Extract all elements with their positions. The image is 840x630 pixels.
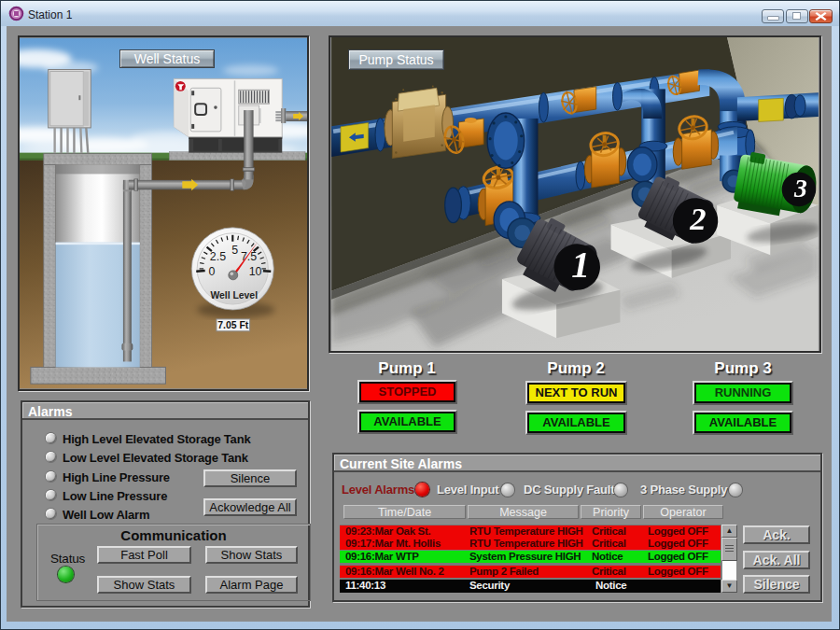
svg-text:3: 3 [793,174,807,203]
svg-text:0: 0 [209,265,216,278]
svg-text:1: 1 [571,245,590,286]
svg-text:5: 5 [231,244,238,257]
svg-text:7.05 Ft: 7.05 Ft [217,320,248,330]
svg-text:10: 10 [249,265,262,278]
svg-text:Well Level: Well Level [210,290,258,301]
svg-text:2.5: 2.5 [210,250,226,263]
svg-text:2: 2 [689,201,706,236]
